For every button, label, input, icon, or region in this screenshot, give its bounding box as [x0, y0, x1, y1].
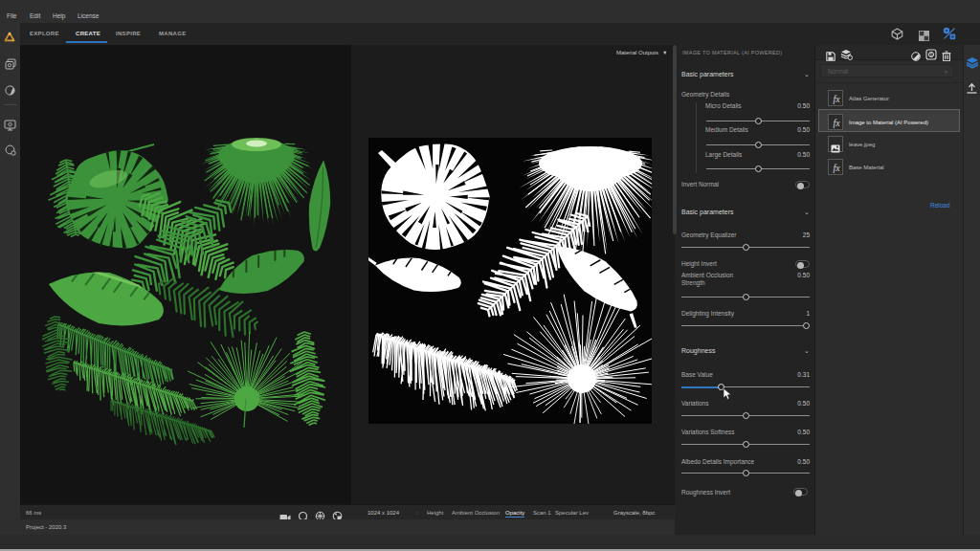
svg-text:fx: fx	[833, 163, 840, 173]
svg-text:fx: fx	[833, 94, 840, 104]
svg-text:fx: fx	[833, 118, 840, 128]
